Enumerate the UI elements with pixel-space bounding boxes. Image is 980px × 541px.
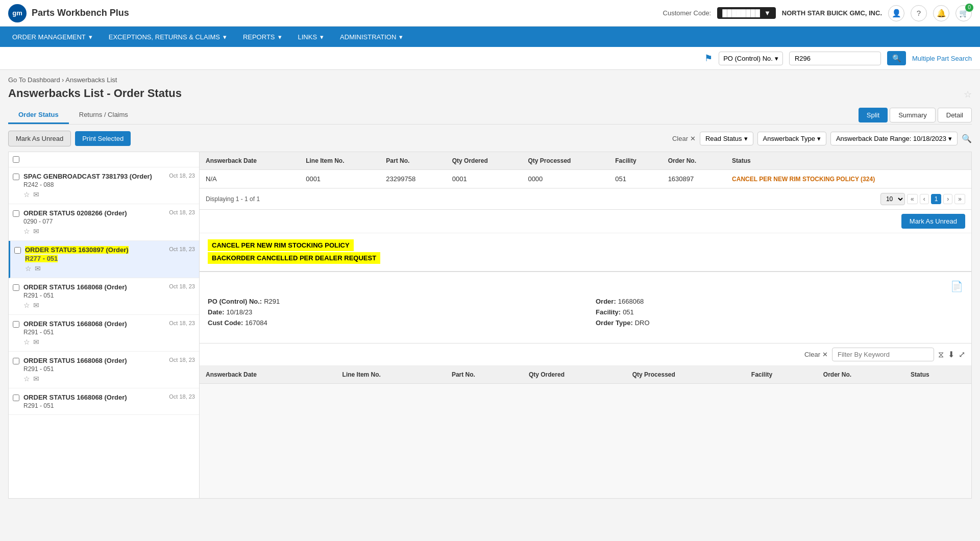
- detail-cust-code-row: Cust Code: 167084: [208, 319, 575, 327]
- read-status-chevron: ▾: [744, 135, 748, 142]
- keyword-filter-input[interactable]: [832, 348, 934, 361]
- list-item-checkbox-6[interactable]: [13, 358, 19, 364]
- favorite-icon[interactable]: ☆: [964, 89, 972, 100]
- cell-line-item-no: 0001: [300, 170, 380, 188]
- page-1-btn[interactable]: 1: [931, 194, 942, 204]
- list-item-checkbox-1[interactable]: [13, 174, 19, 180]
- tab-order-status[interactable]: Order Status: [8, 106, 69, 124]
- lower-col-qty-processed: Qty Processed: [626, 366, 745, 384]
- list-item-checkbox-4[interactable]: [13, 284, 19, 291]
- list-item[interactable]: ORDER STATUS 1668068 (Order) R291 - 051 …: [9, 352, 199, 388]
- detail-view-button[interactable]: Detail: [938, 108, 972, 122]
- list-item-checkbox-7[interactable]: [13, 395, 19, 401]
- list-item[interactable]: ORDER STATUS 1668068 (Order) R291 - 051 …: [9, 278, 199, 315]
- list-item-body-1: SPAC GENBROADCAST 7381793 (Order) R242 -…: [23, 173, 165, 199]
- cell-order-no: 1630897: [662, 170, 726, 188]
- search-input[interactable]: [789, 52, 881, 65]
- list-item-title-5: ORDER STATUS 1668068 (Order): [23, 320, 165, 328]
- date-range-dropdown[interactable]: Answerback Date Range: 10/18/2023 ▾: [830, 132, 958, 145]
- detail-po-label: PO (Control) No.:: [208, 298, 262, 305]
- page-info: Displaying 1 - 1 of 1: [206, 195, 260, 203]
- tabs: Order Status Returns / Claims Split Summ…: [8, 106, 972, 125]
- download-icon-button[interactable]: ⬇: [948, 350, 954, 359]
- nav-order-management[interactable]: ORDER MANAGEMENT ▾: [4, 27, 101, 47]
- list-item[interactable]: ORDER STATUS 1668068 (Order) R291 - 051 …: [9, 388, 199, 415]
- right-mark-unread-button[interactable]: Mark As Unread: [901, 214, 965, 229]
- list-item-checkbox-2[interactable]: [13, 210, 19, 217]
- star-action-icon-4[interactable]: ☆: [23, 301, 30, 309]
- cart-icon-button[interactable]: 🛒 0: [955, 5, 972, 21]
- nav-administration[interactable]: ADMINISTRATION ▾: [332, 27, 411, 47]
- multiple-part-search-link[interactable]: Multiple Part Search: [912, 55, 972, 62]
- user-icon-button[interactable]: 👤: [888, 5, 904, 21]
- envelope-action-icon-1[interactable]: ✉: [33, 190, 39, 199]
- help-icon-button[interactable]: ?: [911, 5, 927, 21]
- lower-clear-button[interactable]: Clear ✕: [804, 351, 828, 358]
- expand-icon-button[interactable]: ⤢: [959, 350, 965, 359]
- list-item-date-5: Oct 18, 23: [169, 320, 195, 326]
- nav-reports[interactable]: REPORTS ▾: [235, 27, 290, 47]
- page-title: Answerbacks List - Order Status: [8, 87, 182, 100]
- app-title: Parts Workbench Plus: [32, 8, 129, 18]
- last-page-btn[interactable]: »: [954, 194, 965, 204]
- read-status-dropdown[interactable]: Read Status ▾: [700, 132, 753, 145]
- left-panel: SPAC GENBROADCAST 7381793 (Order) R242 -…: [8, 152, 200, 499]
- breadcrumb[interactable]: Go To Dashboard › Answerbacks List: [8, 76, 972, 84]
- search-type-chevron: ▾: [775, 55, 778, 62]
- status-msg-1: CANCEL PER NEW RIM STOCKING POLICY: [208, 239, 354, 251]
- col-status: Status: [726, 152, 971, 170]
- answerback-type-dropdown[interactable]: Answerback Type ▾: [757, 132, 826, 145]
- pdf-icon[interactable]: 📄: [950, 280, 963, 292]
- envelope-action-icon-6[interactable]: ✉: [33, 375, 39, 383]
- next-page-btn[interactable]: ›: [943, 194, 952, 204]
- filter-icon-button[interactable]: ⧖: [938, 350, 944, 359]
- list-item[interactable]: SPAC GENBROADCAST 7381793 (Order) R242 -…: [9, 167, 199, 204]
- star-action-icon-3[interactable]: ☆: [25, 264, 32, 273]
- print-selected-button[interactable]: Print Selected: [75, 131, 131, 146]
- list-item-body-7: ORDER STATUS 1668068 (Order) R291 - 051: [23, 394, 165, 409]
- per-page-select[interactable]: 10 25 50: [880, 193, 905, 205]
- toolbar-search-button[interactable]: 🔍: [962, 134, 972, 143]
- search-button[interactable]: 🔍: [887, 51, 906, 65]
- envelope-action-icon-4[interactable]: ✉: [33, 301, 39, 309]
- summary-view-button[interactable]: Summary: [890, 108, 936, 122]
- star-action-icon-5[interactable]: ☆: [23, 338, 30, 346]
- star-action-icon-6[interactable]: ☆: [23, 375, 30, 383]
- header-right: Customer Code: ████████ ▼ NORTH STAR BUI…: [663, 5, 972, 21]
- lower-table-header-row: Answerback Date Line Item No. Part No. Q…: [200, 366, 971, 384]
- select-all-checkbox[interactable]: [13, 156, 19, 163]
- list-item[interactable]: ORDER STATUS 0208266 (Order) 0290 - 077 …: [9, 204, 199, 241]
- status-msg-2: BACKORDER CANCELLED PER DEALER REQUEST: [208, 252, 380, 264]
- search-type-select[interactable]: PO (Control) No. ▾: [719, 52, 783, 65]
- envelope-action-icon-3[interactable]: ✉: [35, 264, 41, 273]
- cell-qty-ordered: 0001: [446, 170, 522, 188]
- breadcrumb-home[interactable]: Go To Dashboard: [8, 76, 60, 84]
- nav-exceptions[interactable]: EXCEPTIONS, RETURNS & CLAIMS ▾: [101, 27, 235, 47]
- star-action-icon-1[interactable]: ☆: [23, 190, 30, 199]
- customer-code-select[interactable]: ████████ ▼: [717, 7, 776, 19]
- star-action-icon-2[interactable]: ☆: [23, 227, 30, 235]
- status-messages: CANCEL PER NEW RIM STOCKING POLICY BACKO…: [200, 233, 971, 272]
- bell-icon-button[interactable]: 🔔: [933, 5, 949, 21]
- list-item-sub-6: R291 - 051: [23, 365, 165, 373]
- customer-code-chevron: ▼: [764, 9, 771, 17]
- cell-qty-processed: 0000: [522, 170, 609, 188]
- mark-as-unread-button[interactable]: Mark As Unread: [8, 131, 71, 146]
- detail-order-label: Order:: [596, 298, 616, 305]
- nav-links[interactable]: LINKS ▾: [290, 27, 332, 47]
- clear-filter-button[interactable]: Clear ✕: [672, 135, 696, 142]
- envelope-action-icon-2[interactable]: ✉: [33, 227, 39, 235]
- list-item[interactable]: ORDER STATUS 1630897 (Order) R277 - 051 …: [9, 241, 199, 278]
- detail-date-label: Date:: [208, 308, 225, 316]
- list-item[interactable]: ORDER STATUS 1668068 (Order) R291 - 051 …: [9, 315, 199, 352]
- envelope-action-icon-5[interactable]: ✉: [33, 338, 39, 346]
- lower-col-status: Status: [904, 366, 971, 384]
- list-item-checkbox-5[interactable]: [13, 321, 19, 328]
- breadcrumb-current: Answerbacks List: [65, 76, 117, 84]
- prev-page-btn[interactable]: ‹: [920, 194, 929, 204]
- detail-date-row: Date: 10/18/23: [208, 308, 575, 316]
- tab-returns-claims[interactable]: Returns / Claims: [69, 106, 138, 124]
- first-page-btn[interactable]: «: [907, 194, 918, 204]
- split-view-button[interactable]: Split: [859, 108, 888, 122]
- list-item-checkbox-3[interactable]: [14, 247, 21, 254]
